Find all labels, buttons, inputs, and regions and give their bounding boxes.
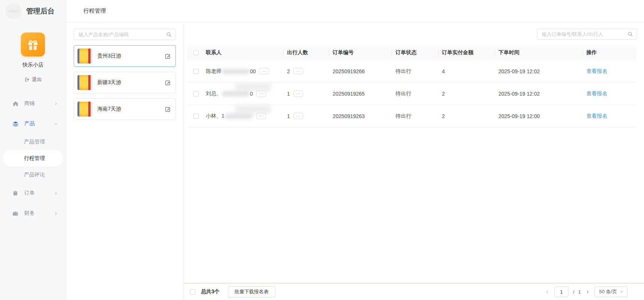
column-header-time: 下单时间 [495,45,583,60]
order-status: 待出行 [392,113,438,120]
masked-phone [225,114,252,119]
footer-select-all-checkbox[interactable] [190,289,195,294]
page-total-value: 1 [578,289,581,295]
column-header-contact: 联系人 [202,45,283,60]
chevron-right-icon [54,191,58,196]
sidebar-item-orders[interactable]: 订单 [0,183,66,203]
product-panel: 贵州3日游 新疆3天游 海南7天游 [66,22,183,300]
travelers-count: 1 [287,91,290,97]
sidebar-item-product-reviews[interactable]: 产品评论 [0,167,66,183]
orders-content: 联系人 出行人数 订单编号 订单状态 订单实付金额 下单时间 操作 陈老师 00… [183,22,644,300]
contact-more-button[interactable]: ⋯ [256,90,266,97]
prev-page-icon[interactable] [545,290,550,294]
sidebar-item-finance[interactable]: 财务 [0,203,66,223]
home-icon [12,100,19,107]
edit-icon[interactable] [165,53,171,59]
shop-name: 快乐小店 [0,62,66,68]
batch-download-button[interactable]: 批量下载报名表 [228,286,275,297]
logout-button[interactable]: 退出 [0,76,66,83]
page-size-select[interactable]: 50 条/页 [595,287,628,297]
order-time: 2025-09-19 12:00 [495,113,583,119]
product-card-guizhou[interactable]: 贵州3日游 [74,45,176,67]
pagination: 1 / 1 50 条/页 [545,287,628,297]
product-search [74,29,176,40]
row-checkbox[interactable] [193,69,199,74]
travelers-count: 2 [287,68,290,74]
shop-section: 快乐小店 退出 [0,33,66,83]
chevron-right-icon [54,101,58,106]
product-card-hainan[interactable]: 海南7天游 [74,98,176,120]
order-number: 20250919266 [329,68,392,74]
chevron-right-icon [54,211,58,216]
masked-phone [222,91,249,96]
sidebar-item-shop[interactable]: 商铺 [0,93,66,114]
contact-name: 刘总、 [206,90,222,97]
sidebar-item-label: 商铺 [24,100,54,107]
column-header-amount: 订单实付金额 [438,45,495,60]
column-header-order-no: 订单编号 [329,45,392,60]
row-checkbox[interactable] [193,114,199,119]
app-title: 管理后台 [26,6,55,16]
sidebar-item-label: 订单 [24,190,54,197]
next-page-icon[interactable] [585,290,590,294]
product-thumbnail [77,49,92,64]
order-time: 2025-09-19 12:02 [495,91,583,97]
contact-suffix: 00 [250,68,256,74]
travelers-more-button[interactable]: ⋯ [293,113,303,119]
search-icon[interactable] [628,31,633,37]
travelers-more-button[interactable]: ⋯ [293,68,303,74]
order-amount: 2 [438,91,495,97]
top-header: 行程管理 [66,0,644,22]
order-number: 20250919265 [329,91,392,97]
column-header-action: 操作 [583,45,636,60]
product-title: 海南7天游 [97,106,165,112]
edit-icon[interactable] [165,80,171,86]
sidebar-item-label: 产品 [24,120,54,127]
edit-icon[interactable] [165,106,171,112]
sidebar-item-trip-management[interactable]: 行程管理 [3,150,63,167]
contact-more-button[interactable]: ⋯ [259,68,269,74]
sidebar-item-product[interactable]: 产品 [0,114,66,134]
sidebar-item-product-management[interactable]: 产品管理 [0,134,66,150]
order-amount: 2 [438,113,495,119]
logout-label: 退出 [32,76,42,83]
table-header: 联系人 出行人数 订单编号 订单状态 订单实付金额 下单时间 操作 [187,45,636,60]
submenu-label: 产品评论 [24,171,45,178]
product-thumbnail [77,102,92,117]
contact-name: 小林、1 [206,113,225,120]
contact-suffix: 0 [250,91,253,97]
product-search-input[interactable] [74,32,166,37]
contact-name: 陈老师 [206,68,222,75]
product-submenu: 产品管理 行程管理 产品评论 [0,134,66,183]
select-all-checkbox[interactable] [193,50,199,55]
search-icon[interactable] [166,32,172,37]
travelers-more-button[interactable]: ⋯ [293,90,303,97]
logout-icon [24,77,30,82]
order-status: 待出行 [392,90,438,97]
view-registration-link[interactable]: 查看报名 [586,113,607,120]
page-separator: / [573,289,574,295]
view-registration-link[interactable]: 查看报名 [586,90,607,97]
product-thumbnail [77,75,92,90]
column-header-status: 订单状态 [392,45,438,60]
product-list: 贵州3日游 新疆3天游 海南7天游 [74,45,176,125]
view-registration-link[interactable]: 查看报名 [586,68,607,75]
current-page-input[interactable]: 1 [554,287,568,297]
order-number: 20250919263 [329,113,392,119]
order-status: 待出行 [392,68,438,75]
masked-phone [222,69,249,74]
sidebar-item-label: 财务 [24,210,54,217]
page-total: / 1 [573,289,581,295]
product-card-xinjiang[interactable]: 新疆3天游 [74,72,176,93]
shop-avatar [21,33,45,56]
column-header-travelers: 出行人数 [283,45,329,60]
order-amount: 4 [438,68,495,74]
chevron-down-icon [54,121,58,126]
product-title: 贵州3日游 [97,53,165,59]
orders-search-input[interactable] [537,31,628,37]
product-title: 新疆3天游 [97,79,165,86]
contact-more-button[interactable]: ⋯ [256,113,266,119]
page-size-label: 50 条/页 [599,288,617,295]
row-checkbox[interactable] [193,91,199,96]
gift-icon [26,37,40,52]
